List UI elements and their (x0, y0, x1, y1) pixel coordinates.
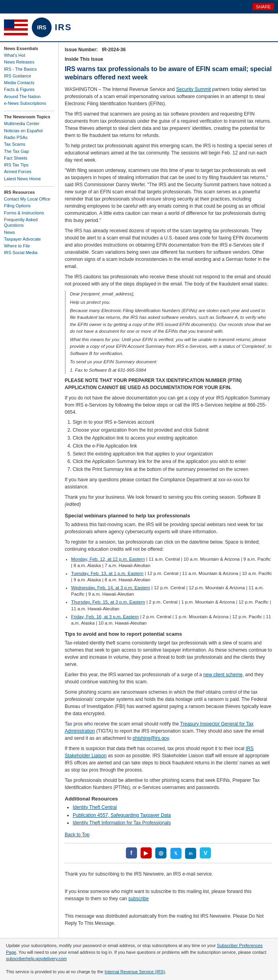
webinars-intro: To address this fast-moving scam, the IR… (65, 521, 272, 535)
identity-theft-central-link[interactable]: Identity Theft Central (73, 804, 117, 810)
tips-para-3: Some phishing scams are ransomware schem… (65, 689, 272, 717)
article-para-2: The IRS warned that scammers are posing … (65, 110, 272, 139)
additional-resources-list: Identity Theft Central Publication 4557,… (73, 804, 272, 826)
doc-step-1: Sign in to your IRS e-Services account (73, 419, 272, 426)
footer-subscribe-text: Thank you for subscribing to the IRS New… (65, 870, 272, 878)
email-line-4: What this means for you: Until your EFIN… (70, 336, 272, 357)
logo-area: IRS IRS (0, 14, 278, 42)
webinar-session-1: Monday, Feb. 12, at 12 p.m. Eastern | 11… (71, 556, 272, 569)
webinar-sessions-list: Monday, Feb. 12, at 12 p.m. Eastern | 11… (71, 556, 272, 626)
sidebar-item-radio-psas[interactable]: Radio PSAs (4, 135, 54, 140)
support-link[interactable]: subscriberhelp.govdelivery.com (6, 956, 67, 961)
webinar-link-4[interactable]: Thursday, Feb. 15, at 3 p.m. Eastern (71, 600, 145, 604)
sidebar-item-irs-basics[interactable]: IRS - The Basics (4, 66, 54, 72)
sidebar-item-enews[interactable]: e-News Subscriptions (4, 100, 54, 106)
sidebar-section-resources: IRS Resources Contact My Local Office Fi… (4, 190, 54, 256)
doc-steps-intro: If you do not have the above documentati… (65, 394, 272, 416)
issue-number-label: Issue Number: (65, 47, 98, 52)
footer-automated-text: This message was distributed automatical… (65, 912, 272, 927)
resource-item-1: Identity Theft Central (73, 804, 272, 811)
additional-resources-heading: Additional Resources (65, 796, 272, 802)
email-line-1: Dear [recipient_email_address], (70, 291, 272, 297)
article-para-4: "With filing season underway, scammers u… (65, 167, 272, 224)
page-footer: Update your subscriptions, modify your p… (0, 938, 278, 980)
irs-link[interactable]: Internal Revenue Service (IRS) (104, 969, 165, 974)
back-to-top-link[interactable]: Back to Top (65, 832, 89, 837)
sidebar-section-newsroom: The Newsroom Topics Multimedia Center No… (4, 114, 54, 181)
sidebar-item-fact-sheets[interactable]: Fact Sheets (4, 155, 54, 161)
subscribe-link[interactable]: subscribe (128, 896, 149, 901)
twitter-icon[interactable]: 𝕏 (170, 848, 181, 859)
sidebar-item-taxpayer-advocate[interactable]: Taxpayer Advocate (4, 236, 54, 242)
article-title: IRS warns tax professionals to be aware … (65, 65, 272, 82)
sidebar-item-news[interactable]: News (4, 230, 54, 235)
flag-icon (4, 19, 28, 35)
tips-para-6: Tax professionals should be attentive to… (65, 777, 272, 791)
irs-logo: IRS IRS (32, 17, 72, 37)
subscriber-preferences-link[interactable]: Subscriber Preferences Page (6, 943, 263, 955)
footer-service-text: This service is provided to you at no ch… (6, 968, 272, 975)
sidebar-item-irs-guidance[interactable]: IRS Guidance (4, 73, 54, 79)
sidebar-item-around-nation[interactable]: Around The Nation (4, 94, 54, 99)
footer-forward-text: If you know someone who might want to su… (65, 888, 272, 902)
webinars-register: To register for a session, tax professio… (65, 538, 272, 553)
sidebar-item-irs-tax-tips[interactable]: IRS Tax Tips (4, 162, 54, 168)
sidebar-item-faq[interactable]: Frequently Asked Questions (4, 217, 54, 228)
linkedin-icon[interactable]: in (185, 848, 196, 859)
stakeholder-liaison-link[interactable]: IRS Stakeholder Liaison (65, 746, 254, 758)
phishing-email-link[interactable]: phishing@irs.gov (133, 735, 169, 741)
sidebar-item-noticias[interactable]: Noticias en Español (4, 128, 54, 133)
resource-item-3: Identity Theft Information for Tax Profe… (73, 820, 272, 826)
share-button[interactable]: SHARE (253, 3, 274, 10)
webinar-link-1[interactable]: Monday, Feb. 12, at 12 p.m. Eastern (71, 557, 145, 561)
doc-steps-list: Sign in to your IRS e-Services account C… (73, 419, 272, 473)
security-summit-link[interactable]: Security Summit (176, 87, 211, 92)
thank-you-line: Thank you for your business. We look for… (65, 494, 272, 508)
sidebar-item-local-office[interactable]: Contact My Local Office (4, 196, 54, 202)
webinar-link-3[interactable]: Wednesday, Feb. 14, at 3 p.m. Eastern (71, 585, 150, 590)
instagram-icon[interactable]: ◎ (155, 847, 166, 858)
facebook-icon[interactable]: f (126, 847, 137, 858)
sidebar-item-whats-hot[interactable]: What's Hot (4, 52, 54, 58)
sidebar-item-forms[interactable]: Forms & Instructions (4, 210, 54, 216)
sidebar-item-tax-scams[interactable]: Tax Scams (4, 141, 54, 147)
email-line-2: Help us protect you. (70, 299, 272, 306)
sidebar-item-media-contacts[interactable]: Media Contacts (4, 80, 54, 85)
webinars-heading: Special webinars planned to help tax pro… (65, 513, 272, 519)
webinar-link-5[interactable]: Friday, Feb. 16, at 3 p.m. Eastern (71, 614, 139, 619)
article-para-3: To help protect tax professionals agains… (65, 142, 272, 164)
sidebar-item-multimedia[interactable]: Multimedia Center (4, 121, 54, 126)
back-to-top: Back to Top (65, 832, 272, 837)
resource-item-2: Publication 4557, Safeguarding Taxpayer … (73, 812, 272, 819)
id-theft-professionals-link[interactable]: Identity Theft Information for Tax Profe… (73, 820, 171, 826)
content-footer: Thank you for subscribing to the IRS New… (65, 867, 272, 933)
sidebar-item-latest-news[interactable]: Latest News Home (4, 176, 54, 181)
doc-step-6: Click the Application Summary link for t… (73, 458, 272, 465)
main-layout: News Essentials What's Hot News Releases… (0, 42, 278, 938)
sidebar: News Essentials What's Hot News Releases… (0, 42, 59, 938)
doc-step-7: Click the Print Summary link at the bott… (73, 466, 272, 473)
sidebar-section-title-news: News Essentials (4, 46, 54, 51)
article-para-1: WASHINGTON – The Internal Revenue Servic… (65, 86, 272, 107)
sidebar-item-filing-options[interactable]: Filing Options (4, 203, 54, 208)
footer-update-text: Update your subscriptions, modify your p… (6, 942, 272, 962)
page-header: SHARE (0, 0, 278, 14)
article-para-6: The IRS cautions tax professionals who r… (65, 273, 272, 287)
email-block: Dear [recipient_email_address], Help us … (65, 291, 272, 374)
issue-number: Issue Number: IR-2024-36 (65, 47, 272, 52)
sidebar-item-news-releases[interactable]: News Releases (4, 59, 54, 65)
sidebar-item-tax-gap[interactable]: The Tax Gap (4, 149, 54, 154)
ptin-notice: PLEASE NOTE THAT YOUR PREPARER TAX IDENT… (65, 377, 272, 391)
pub4557-link[interactable]: Publication 4557, Safeguarding Taxpayer … (73, 812, 171, 818)
sidebar-section-title-resources: IRS Resources (4, 190, 54, 195)
new-client-scheme-link[interactable]: new client scheme (203, 672, 243, 677)
contact-line: If you have any questions please contact… (65, 476, 272, 490)
youtube-icon[interactable]: ▶ (141, 847, 152, 858)
sidebar-item-social-media[interactable]: IRS Social Media (4, 250, 54, 255)
webinar-link-2[interactable]: Tuesday, Feb. 13, at 1 p.m. Eastern (71, 571, 143, 576)
sidebar-item-armed-forces[interactable]: Armed Forces (4, 169, 54, 174)
tigta-link[interactable]: Treasury Inspector General for Tax Admin… (65, 721, 253, 734)
sidebar-item-where-to-file[interactable]: Where to File (4, 243, 54, 249)
vine-icon[interactable]: V (200, 847, 211, 858)
sidebar-item-facts-figures[interactable]: Facts & Figures (4, 87, 54, 92)
